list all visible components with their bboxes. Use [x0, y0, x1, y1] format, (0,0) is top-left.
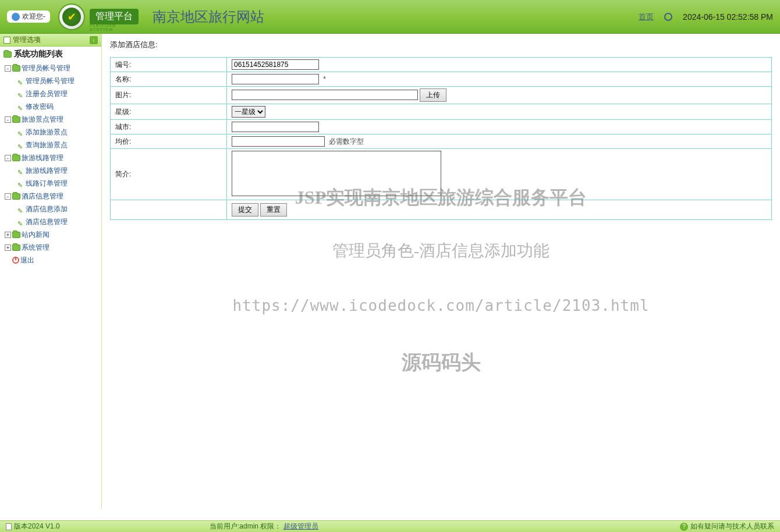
sidebar-logout-label: 退出 — [20, 255, 34, 265]
edit-icon — [17, 218, 24, 225]
doc-icon — [6, 523, 12, 530]
footer-role-link[interactable]: 超级管理员 — [283, 522, 318, 530]
func-list-title: 系统功能列表 — [0, 47, 101, 62]
footer-help-text: 如有疑问请与技术人员联系 — [690, 522, 774, 531]
folder-icon — [12, 193, 20, 200]
label-city: 城市: — [111, 120, 227, 134]
sidebar-group-label: 站内新闻 — [22, 229, 49, 240]
folder-icon — [12, 155, 20, 161]
datetime-text: 2024-06-15 02:52:58 PM — [683, 12, 773, 22]
sidebar-group-label: 系统管理 — [22, 242, 49, 253]
help-icon: ? — [680, 523, 688, 531]
sidebar-item-label: 查询旅游景点 — [26, 140, 68, 150]
edit-icon — [17, 129, 24, 136]
edit-icon — [17, 103, 24, 110]
sidebar-item-label: 酒店信息管理 — [26, 217, 68, 227]
sidebar-logout[interactable]: 退出 — [0, 254, 101, 267]
sidebar-group-route[interactable]: - 旅游线路管理 — [0, 151, 101, 164]
footer-user-label: 当前用户:admin 权限： — [210, 522, 281, 530]
price-input[interactable] — [232, 136, 325, 147]
sidebar-item-route-orders[interactable]: 线路订单管理 — [0, 177, 101, 190]
welcome-text: 欢迎您- — [22, 12, 45, 22]
image-path-input[interactable] — [232, 90, 418, 100]
price-hint: 必需数字型 — [329, 137, 364, 146]
sidebar-group-label: 酒店信息管理 — [22, 191, 63, 201]
calendar-icon — [3, 37, 10, 44]
sidebar-group-scenic[interactable]: - 旅游景点管理 — [0, 113, 101, 126]
submit-button[interactable]: 提交 — [232, 203, 258, 217]
chevron-down-icon[interactable]: ↓ — [90, 36, 98, 44]
sidebar-item-label: 添加旅游景点 — [26, 127, 68, 137]
mgmt-options-label: 管理选项 — [13, 35, 41, 45]
platform-sub: PLATFORM SYSYTEM — [90, 23, 139, 31]
logo-icon — [58, 3, 85, 30]
upload-button[interactable]: 上传 — [420, 88, 446, 102]
home-link[interactable]: 首页 — [639, 12, 654, 22]
edit-icon — [17, 90, 24, 97]
tree-toggle-icon[interactable]: + — [5, 244, 11, 251]
folder-icon — [12, 232, 20, 238]
edit-icon — [17, 77, 24, 84]
tree-toggle-icon[interactable]: - — [5, 116, 11, 123]
tree-toggle-icon[interactable]: - — [5, 65, 11, 72]
sidebar-group-system[interactable]: + 系统管理 — [0, 241, 101, 254]
page-heading: 添加酒店信息: — [110, 40, 772, 50]
sidebar-item-add-scenic[interactable]: 添加旅游景点 — [0, 126, 101, 139]
star-select[interactable]: 一星级 — [232, 106, 265, 118]
site-title: 南京地区旅行网站 — [153, 8, 264, 26]
folder-icon — [12, 116, 20, 123]
sidebar-group-news[interactable]: + 站内新闻 — [0, 228, 101, 241]
folder-icon — [3, 51, 12, 58]
watermark-line4: 源码码头 — [102, 349, 780, 376]
sidebar-item-label: 注册会员管理 — [26, 88, 68, 99]
mgmt-options-bar[interactable]: 管理选项 ↓ — [0, 34, 101, 47]
welcome-badge: 欢迎您- — [7, 10, 50, 23]
tree-toggle-icon[interactable]: - — [5, 193, 11, 200]
sidebar-group-label: 旅游线路管理 — [22, 152, 63, 163]
label-image: 图片: — [111, 87, 227, 104]
hotel-form-table: 编号: 名称: * 图片: 上传 星级: 一星级 城市: 均价: 必需数字型 简… — [110, 57, 772, 220]
number-input[interactable] — [232, 59, 319, 70]
edit-icon — [17, 180, 24, 187]
label-name: 名称: — [111, 72, 227, 87]
label-number: 编号: — [111, 58, 227, 72]
power-icon — [12, 257, 19, 264]
label-star: 星级: — [111, 104, 227, 120]
footer-version: 版本2024 V1.0 — [14, 522, 60, 531]
sidebar-item-password[interactable]: 修改密码 — [0, 100, 101, 113]
sidebar-item-query-scenic[interactable]: 查询旅游景点 — [0, 139, 101, 151]
edit-icon — [17, 205, 24, 212]
tree-toggle-icon[interactable]: + — [5, 232, 11, 238]
reset-button[interactable]: 重置 — [260, 203, 287, 217]
sidebar: 管理选项 ↓ 系统功能列表 - 管理员帐号管理 管理员帐号管理 注册会员管理 修… — [0, 34, 102, 509]
sidebar-item-hotel-add[interactable]: 酒店信息添加 — [0, 203, 101, 215]
header: 欢迎您- 管理平台 PLATFORM SYSYTEM 南京地区旅行网站 首页 2… — [0, 0, 780, 34]
folder-icon — [12, 244, 20, 251]
sidebar-item-label: 修改密码 — [26, 101, 54, 112]
sidebar-item-admin-accounts[interactable]: 管理员帐号管理 — [0, 75, 101, 87]
tree-toggle-icon[interactable]: - — [5, 155, 11, 161]
required-mark: * — [323, 75, 326, 83]
sidebar-item-label: 管理员帐号管理 — [26, 76, 75, 86]
sidebar-group-label: 管理员帐号管理 — [22, 63, 70, 73]
sidebar-item-label: 线路订单管理 — [26, 178, 68, 189]
city-input[interactable] — [232, 122, 319, 132]
desc-textarea[interactable] — [232, 151, 441, 196]
edit-icon — [17, 167, 24, 174]
sidebar-item-members[interactable]: 注册会员管理 — [0, 87, 101, 100]
user-icon — [12, 13, 20, 21]
label-price: 均价: — [111, 134, 227, 149]
label-desc: 简介: — [111, 149, 227, 200]
folder-icon — [12, 65, 20, 72]
main-content: 添加酒店信息: 编号: 名称: * 图片: 上传 星级: 一星级 城市: 均价:… — [102, 34, 780, 509]
sidebar-group-hotel[interactable]: - 酒店信息管理 — [0, 190, 101, 203]
footer: 版本2024 V1.0 当前用户:admin 权限： 超级管理员 ? 如有疑问请… — [0, 520, 780, 532]
watermark-line3: https://www.icodedock.com/article/2103.h… — [102, 297, 780, 314]
name-input[interactable] — [232, 74, 319, 84]
sidebar-item-label: 酒店信息添加 — [26, 204, 68, 214]
platform-label: 管理平台 PLATFORM SYSYTEM — [90, 9, 139, 24]
sidebar-item-hotel-mgmt[interactable]: 酒店信息管理 — [0, 215, 101, 228]
sidebar-group-label: 旅游景点管理 — [22, 114, 63, 125]
sidebar-group-admin[interactable]: - 管理员帐号管理 — [0, 62, 101, 75]
sidebar-item-route-mgmt[interactable]: 旅游线路管理 — [0, 164, 101, 177]
